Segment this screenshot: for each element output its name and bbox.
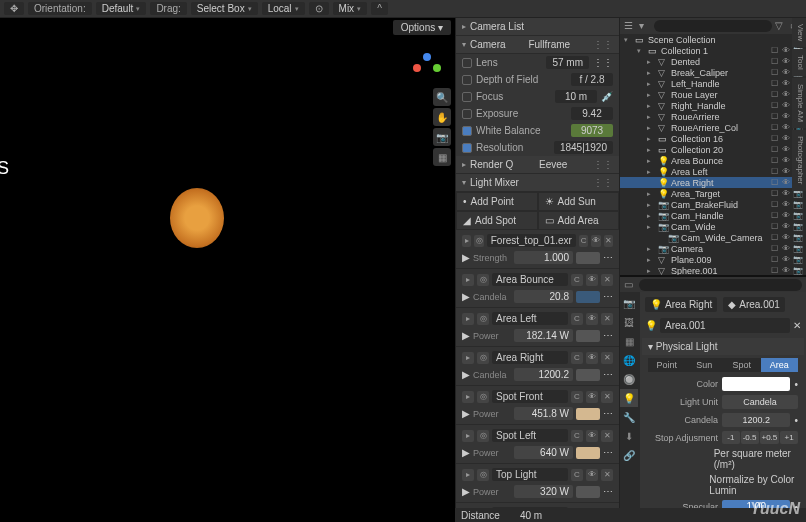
tree-row[interactable]: ▸▽Break_Caliper☐👁📷 — [620, 67, 806, 78]
solo-icon[interactable]: ◎ — [477, 469, 489, 481]
more-icon[interactable]: ⋯ — [603, 447, 613, 458]
exclude-icon[interactable]: ☐ — [771, 222, 780, 231]
visible-icon[interactable]: 👁 — [782, 222, 791, 231]
item-name[interactable]: Area_Target — [671, 189, 768, 199]
item-name[interactable]: Plane.009 — [671, 255, 768, 265]
wb-value[interactable]: 9073 — [571, 124, 613, 137]
candela-dot-icon[interactable]: • — [794, 415, 798, 426]
outliner-type-icon[interactable]: ☰ — [624, 20, 636, 32]
enable-icon[interactable]: ▶ — [462, 252, 470, 263]
tree-row[interactable]: ▸📷Cam_BrakeFluid☐👁📷 — [620, 199, 806, 210]
visible-icon[interactable]: 👁 — [782, 244, 791, 253]
visible-icon[interactable]: 👁 — [782, 189, 791, 198]
snap-icon[interactable]: ✥ — [4, 2, 24, 15]
options-dropdown[interactable]: Options ▾ — [393, 20, 451, 35]
visible-icon[interactable]: 👁 — [586, 274, 598, 286]
type-spot[interactable]: Spot — [723, 358, 761, 372]
power-value[interactable]: 182.14 W — [514, 329, 573, 342]
visible-icon[interactable]: 👁 — [591, 235, 600, 247]
tree-row[interactable]: 📷Cam_Wide_Camera☐👁📷 — [620, 232, 806, 243]
visible-icon[interactable]: 👁 — [782, 211, 791, 220]
tree-row[interactable]: ▸▽Sphere.001☐👁📷 — [620, 265, 806, 276]
visible-icon[interactable]: 👁 — [586, 430, 598, 442]
tree-row[interactable]: ▾▭Collection 1☐👁📷 — [620, 45, 806, 56]
wb-checkbox[interactable] — [462, 126, 472, 136]
tree-row[interactable]: 💡Area Right☐👁📷 — [620, 177, 806, 188]
delete-icon[interactable]: ✕ — [601, 469, 613, 481]
visible-icon[interactable]: 👁 — [782, 57, 791, 66]
camera-view-icon[interactable]: 📷 — [433, 128, 451, 146]
tree-row[interactable]: ▸📷Cam_Wide☐👁📷 — [620, 221, 806, 232]
power-value[interactable]: 451.8 W — [514, 407, 573, 420]
item-name[interactable]: Cam_BrakeFluid — [671, 200, 768, 210]
candela-value[interactable]: 1200.2 — [722, 413, 790, 427]
exclude-icon[interactable]: ☐ — [771, 233, 780, 242]
power-value[interactable]: 1.000 — [514, 251, 573, 264]
focus-checkbox[interactable] — [462, 92, 472, 102]
zoom-icon[interactable]: 🔍 — [433, 88, 451, 106]
exclude-icon[interactable]: ☐ — [771, 112, 780, 121]
solo-icon[interactable]: ◎ — [477, 430, 489, 442]
exclude-icon[interactable]: ☐ — [771, 200, 780, 209]
space-dropdown[interactable]: Local▾ — [262, 2, 305, 15]
delete-icon[interactable]: ✕ — [601, 352, 613, 364]
exclude-icon[interactable]: ☐ — [771, 134, 780, 143]
delete-icon[interactable]: ✕ — [604, 235, 613, 247]
color-swatch[interactable] — [576, 330, 600, 342]
visible-icon[interactable]: 👁 — [782, 156, 791, 165]
perspective-icon[interactable]: ▦ — [433, 148, 451, 166]
dof-value[interactable]: f / 2.8 — [571, 73, 613, 86]
light-unit-dropdown[interactable]: Candela — [722, 395, 798, 409]
expand-icon[interactable]: ▸ — [647, 168, 655, 176]
expand-icon[interactable]: ▸ — [462, 274, 474, 286]
exclude-icon[interactable]: ☐ — [771, 156, 780, 165]
light-name[interactable]: Forest_top_01.exr — [487, 234, 576, 247]
color-swatch[interactable] — [576, 252, 600, 264]
expand-icon[interactable]: ▸ — [462, 430, 474, 442]
render-icon[interactable]: 📷 — [793, 200, 802, 209]
color-swatch[interactable] — [722, 377, 790, 391]
render-icon[interactable]: 📷 — [793, 222, 802, 231]
physics-tab-icon[interactable]: ⬇ — [620, 427, 638, 445]
item-name[interactable]: Collection 1 — [661, 46, 768, 56]
expand-icon[interactable]: ▸ — [647, 113, 655, 121]
constraint-tab-icon[interactable]: 🔗 — [620, 446, 638, 464]
tree-row[interactable]: ▸💡Area_Target☐👁📷 — [620, 188, 806, 199]
light-item[interactable]: ▸◎Spot FrontC👁✕▶Power451.8 W⋯ — [456, 386, 619, 425]
expand-icon[interactable]: ▸ — [647, 212, 655, 220]
power-value[interactable]: 1200.2 — [514, 368, 573, 381]
solo-icon[interactable]: ◎ — [474, 235, 483, 247]
x-axis-icon[interactable] — [413, 64, 421, 72]
color-dot-icon[interactable]: • — [794, 379, 798, 390]
exclude-icon[interactable]: ☐ — [771, 123, 780, 132]
visible-icon[interactable]: 👁 — [782, 266, 791, 275]
delete-icon[interactable]: ✕ — [601, 274, 613, 286]
light-name[interactable]: Spot Front — [492, 390, 568, 403]
visible-icon[interactable]: 👁 — [782, 167, 791, 176]
expand-icon[interactable]: ▸ — [647, 91, 655, 99]
expand-icon[interactable]: ▸ — [647, 146, 655, 154]
view-tab-icon[interactable]: ▦ — [620, 332, 638, 350]
tree-row[interactable]: ▸▭Collection 20☐👁📷 — [620, 144, 806, 155]
collapse-icon[interactable]: ^ — [371, 2, 388, 15]
item-name[interactable]: Sphere.001 — [671, 266, 768, 276]
solo-icon[interactable]: ◎ — [477, 352, 489, 364]
light-name[interactable]: Top Light — [492, 468, 568, 481]
3d-viewport[interactable]: Options ▾ S 🔍 ✋ 📷 ▦ — [0, 18, 455, 522]
more-icon[interactable]: ⋯ — [603, 330, 613, 341]
exclude-icon[interactable]: ☐ — [771, 189, 780, 198]
enable-icon[interactable]: ▶ — [462, 291, 470, 302]
tab-simple-am[interactable]: Simple AM — [792, 78, 806, 128]
tree-row[interactable]: ▸▽Plane.009☐👁📷 — [620, 254, 806, 265]
render-icon[interactable]: 📷 — [793, 255, 802, 264]
exclude-icon[interactable]: ☐ — [771, 57, 780, 66]
render-icon[interactable]: 📷 — [793, 244, 802, 253]
expand-icon[interactable]: ▸ — [647, 135, 655, 143]
power-value[interactable]: 320 W — [514, 485, 573, 498]
item-name[interactable]: Area Left — [671, 167, 768, 177]
light-item[interactable]: ▸◎Top LightC👁✕▶Power320 W⋯ — [456, 464, 619, 503]
scene-collection-row[interactable]: ▾▭Scene Collection — [620, 34, 806, 45]
exclude-icon[interactable]: ☐ — [771, 266, 780, 275]
physical-light-header[interactable]: ▾ Physical Light — [642, 338, 804, 355]
item-name[interactable]: Camera — [671, 244, 768, 254]
